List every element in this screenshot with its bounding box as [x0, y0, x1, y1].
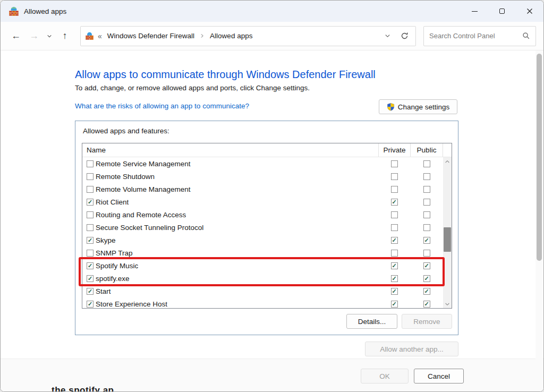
app-enabled-checkbox[interactable]: ✓ [87, 288, 94, 295]
refresh-icon [401, 32, 409, 40]
private-checkbox[interactable]: ✓ [391, 275, 398, 282]
list-row[interactable]: ✓Spotify Music✓✓ [82, 259, 443, 272]
search-icon[interactable] [522, 32, 530, 40]
search-input[interactable] [429, 32, 519, 40]
public-checkbox[interactable]: ✓ [423, 275, 430, 282]
cancel-button[interactable]: Cancel [414, 369, 464, 384]
instruction-text: To add, change, or remove allowed apps a… [75, 84, 310, 92]
breadcrumb-item-allowed-apps[interactable]: Allowed apps [209, 30, 253, 41]
recent-pages-chevron[interactable] [44, 28, 55, 45]
private-checkbox[interactable] [391, 250, 398, 257]
app-enabled-checkbox[interactable] [87, 186, 94, 193]
window-scrollbar[interactable] [536, 50, 543, 390]
address-dropdown-button[interactable] [381, 28, 394, 44]
private-checkbox[interactable] [391, 186, 398, 193]
private-checkbox[interactable]: ✓ [391, 199, 398, 206]
refresh-button[interactable] [398, 28, 411, 44]
public-checkbox[interactable] [423, 160, 430, 167]
change-settings-button[interactable]: Change settings [379, 99, 457, 114]
app-enabled-checkbox[interactable] [87, 211, 94, 218]
private-checkbox[interactable]: ✓ [391, 288, 398, 295]
navigation-toolbar: ← → ↑ « Windows Defender F [1, 22, 543, 50]
list-scrollbar[interactable] [443, 157, 452, 308]
maximize-button[interactable] [488, 1, 516, 22]
minimize-button[interactable] [461, 1, 488, 22]
allow-another-app-button: Allow another app... [365, 342, 458, 356]
breadcrumb-collapse[interactable]: « [98, 32, 102, 40]
list-row[interactable]: ✓Riot Client✓ [82, 195, 443, 208]
list-scrollbar-thumb[interactable] [444, 227, 451, 252]
breadcrumb-item-windows-defender-firewall[interactable]: Windows Defender Firewall [106, 30, 196, 41]
list-row[interactable]: Routing and Remote Access [82, 208, 443, 221]
private-checkbox[interactable]: ✓ [391, 237, 398, 244]
app-name: Remote Service Management [96, 160, 191, 168]
public-checkbox[interactable] [423, 211, 430, 218]
private-checkbox[interactable] [391, 211, 398, 218]
public-checkbox[interactable] [423, 186, 430, 193]
app-enabled-checkbox[interactable]: ✓ [87, 262, 94, 269]
breadcrumb-separator [200, 33, 205, 39]
window-scrollbar-thumb[interactable] [537, 54, 542, 261]
main-content: Allow apps to communicate through Window… [1, 50, 543, 359]
uac-shield-icon [387, 103, 395, 111]
app-enabled-checkbox[interactable] [87, 250, 94, 257]
remove-button: Remove [402, 314, 452, 329]
app-name: Spotify Music [96, 262, 138, 270]
app-enabled-checkbox[interactable]: ✓ [87, 301, 94, 308]
details-button[interactable]: Details... [346, 314, 397, 329]
ok-button: OK [361, 369, 409, 384]
address-bar[interactable]: « Windows Defender Firewall Allowed apps [80, 26, 416, 46]
risks-link[interactable]: What are the risks of allowing an app to… [75, 102, 249, 110]
public-checkbox[interactable]: ✓ [423, 301, 430, 308]
app-enabled-checkbox[interactable] [87, 224, 94, 231]
maximize-icon [499, 8, 505, 14]
app-name: spotify.exe [96, 275, 130, 283]
public-checkbox[interactable] [423, 250, 430, 257]
public-checkbox[interactable] [423, 224, 430, 231]
list-row[interactable]: ✓Skype✓✓ [82, 234, 443, 246]
column-header-name[interactable]: Name [82, 146, 378, 154]
app-enabled-checkbox[interactable]: ✓ [87, 275, 94, 282]
app-enabled-checkbox[interactable]: ✓ [87, 199, 94, 206]
close-button[interactable] [516, 1, 543, 22]
public-checkbox[interactable]: ✓ [423, 262, 430, 269]
minimize-icon [472, 11, 478, 12]
back-button[interactable]: ← [8, 28, 24, 45]
up-button[interactable]: ↑ [57, 28, 73, 45]
public-checkbox[interactable]: ✓ [423, 288, 430, 295]
list-row[interactable]: ✓Store Experience Host✓✓ [82, 297, 443, 308]
list-row[interactable]: Remote Shutdown [82, 170, 443, 183]
app-name: Start [96, 287, 111, 295]
app-enabled-checkbox[interactable] [87, 173, 94, 180]
list-row[interactable]: ✓Start✓✓ [82, 285, 443, 297]
app-name: Remote Volume Management [96, 185, 191, 193]
app-name: Riot Client [96, 198, 129, 206]
public-checkbox[interactable] [423, 199, 430, 206]
public-checkbox[interactable] [423, 173, 430, 180]
private-checkbox[interactable]: ✓ [391, 301, 398, 308]
private-checkbox[interactable] [391, 224, 398, 231]
app-enabled-checkbox[interactable]: ✓ [87, 237, 94, 244]
scroll-up-icon[interactable] [443, 157, 452, 165]
public-checkbox[interactable]: ✓ [423, 237, 430, 244]
app-enabled-checkbox[interactable] [87, 160, 94, 167]
allowed-apps-list[interactable]: Name Private Public Remote Service Manag… [82, 143, 452, 309]
app-name: Routing and Remote Access [96, 211, 186, 219]
app-name: Store Experience Host [96, 300, 167, 308]
list-row[interactable]: SNMP Trap [82, 246, 443, 259]
group-label: Allowed apps and features: [83, 127, 169, 135]
search-box[interactable] [423, 26, 536, 46]
column-header-private[interactable]: Private [378, 143, 410, 157]
list-row[interactable]: Secure Socket Tunneling Protocol [82, 221, 443, 234]
list-row[interactable]: ✓spotify.exe✓✓ [82, 272, 443, 285]
private-checkbox[interactable] [391, 173, 398, 180]
scroll-down-icon[interactable] [443, 300, 452, 308]
change-settings-label: Change settings [398, 103, 450, 111]
private-checkbox[interactable] [391, 160, 398, 167]
private-checkbox[interactable]: ✓ [391, 262, 398, 269]
app-name: Secure Socket Tunneling Protocol [96, 224, 203, 232]
window-title: Allowed apps [24, 7, 66, 15]
list-row[interactable]: Remote Volume Management [82, 183, 443, 195]
column-header-public[interactable]: Public [410, 143, 443, 157]
list-row[interactable]: Remote Service Management [82, 157, 443, 170]
